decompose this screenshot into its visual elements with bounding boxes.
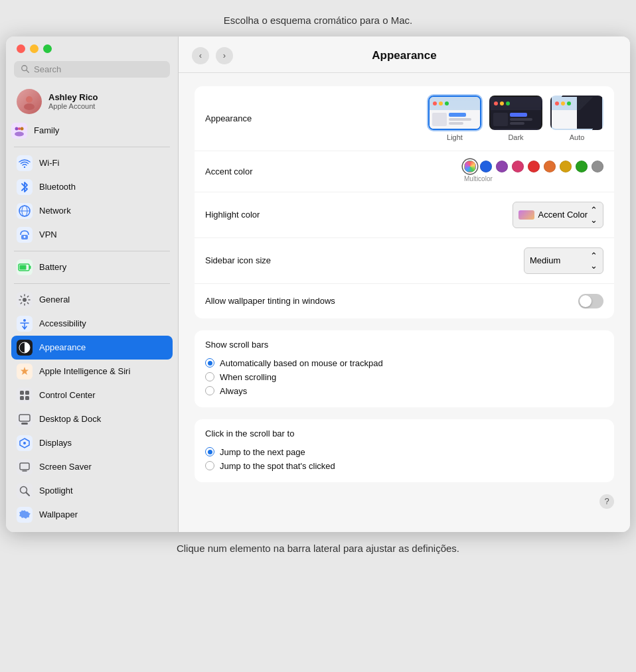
appearance-auto-option[interactable]: Auto xyxy=(550,96,603,141)
scroll-when-scrolling-option[interactable]: When scrolling xyxy=(205,370,603,384)
scroll-when-radio[interactable] xyxy=(205,372,214,381)
swatch-red[interactable] xyxy=(528,161,540,172)
sidebar-item-bluetooth[interactable]: Bluetooth xyxy=(11,175,173,199)
back-button[interactable]: ‹ xyxy=(192,47,209,64)
sidebar-section-prefs: General Accessibility Ap xyxy=(6,288,178,527)
maximize-button[interactable] xyxy=(43,44,52,53)
click-scroll-title: Click in the scroll bar to xyxy=(205,429,603,438)
swatch-green[interactable] xyxy=(576,161,588,172)
appearance-dark-option[interactable]: Dark xyxy=(489,96,542,141)
sidebar-divider-1 xyxy=(14,147,170,147)
sidebar-item-apple-intelligence[interactable]: Apple Intelligence & Siri xyxy=(11,360,173,383)
close-button[interactable] xyxy=(17,44,25,53)
appearance-options: Light xyxy=(428,96,603,141)
traffic-lights xyxy=(6,44,178,61)
highlight-preview xyxy=(518,210,534,220)
sidebar-item-desktop-dock[interactable]: Desktop & Dock xyxy=(11,407,173,431)
sidebar-section-account: Ashley Rico Apple Account xyxy=(6,84,178,119)
accent-color-row: Accent color xyxy=(195,151,614,192)
wallpaper-tinting-toggle[interactable] xyxy=(578,294,603,308)
sidebar-item-vpn[interactable]: VPN xyxy=(11,223,173,247)
sidebar-item-displays[interactable]: Displays xyxy=(11,431,173,455)
svg-point-8 xyxy=(24,166,25,167)
sidebar-item-spotlight[interactable]: Spotlight xyxy=(11,479,173,503)
appearance-section: Appearance xyxy=(195,86,614,318)
svg-rect-21 xyxy=(25,391,29,395)
sidebar-icon-size-control: Medium ⌃⌄ xyxy=(325,247,603,274)
sidebar-item-wallpaper[interactable]: Wallpaper xyxy=(11,503,173,527)
minimize-button[interactable] xyxy=(30,44,39,53)
scroll-auto-radio[interactable] xyxy=(205,358,214,368)
click-next-page-option[interactable]: Jump to the next page xyxy=(205,445,603,459)
scroll-always-option[interactable]: Always xyxy=(205,384,603,398)
scroll-always-radio[interactable] xyxy=(205,386,214,395)
highlight-color-dropdown[interactable]: Accent Color ⌃⌄ xyxy=(513,202,603,228)
battery-icon xyxy=(17,259,33,275)
wifi-icon xyxy=(17,155,33,171)
sidebar-divider-2 xyxy=(14,251,170,251)
sidebar-item-label-vpn: VPN xyxy=(39,230,57,239)
dark-thumbnail[interactable] xyxy=(489,96,542,130)
sidebar-item-label-general: General xyxy=(39,295,70,304)
appearance-row: Appearance xyxy=(195,86,614,151)
swatch-multicolor[interactable] xyxy=(464,161,476,172)
radio-dot-2 xyxy=(208,450,212,454)
auto-thumbnail[interactable] xyxy=(550,96,603,130)
svg-point-18 xyxy=(23,319,26,322)
swatch-yellow[interactable] xyxy=(560,161,572,172)
sidebar-item-accessibility[interactable]: Accessibility xyxy=(11,312,173,336)
accent-color-control: Multicolor xyxy=(325,161,603,182)
sidebar-item-appearance[interactable]: Appearance xyxy=(11,336,173,360)
svg-rect-25 xyxy=(21,423,28,425)
main-content-area: ‹ › Appearance Appearance xyxy=(179,36,630,532)
click-next-page-radio[interactable] xyxy=(205,447,214,456)
svg-rect-22 xyxy=(20,396,24,400)
sidebar-item-network[interactable]: Network xyxy=(11,199,173,223)
radio-dot xyxy=(208,361,212,366)
search-box[interactable]: Search xyxy=(14,61,170,78)
swatch-selected-label: Multicolor xyxy=(464,175,493,182)
sidebar-section-system: Battery xyxy=(6,255,178,279)
annotation-top: Escolha o esquema cromático para o Mac. xyxy=(224,13,412,29)
click-spot-label: Jump to the spot that's clicked xyxy=(220,461,335,471)
sidebar-item-control-center[interactable]: Control Center xyxy=(11,383,173,407)
swatch-graphite[interactable] xyxy=(592,161,603,172)
forward-button[interactable]: › xyxy=(216,47,233,64)
sidebar-item-screen-saver[interactable]: Screen Saver xyxy=(11,455,173,479)
control-center-icon xyxy=(17,387,33,403)
svg-point-4 xyxy=(15,127,19,130)
scroll-always-label: Always xyxy=(220,386,247,396)
sidebar-icon-size-dropdown[interactable]: Medium ⌃⌄ xyxy=(524,247,603,274)
swatches-row xyxy=(464,161,603,172)
click-spot-option[interactable]: Jump to the spot that's clicked xyxy=(205,459,603,473)
wallpaper-tinting-row: Allow wallpaper tinting in windows xyxy=(195,284,614,318)
swatch-orange[interactable] xyxy=(544,161,556,172)
scroll-when-label: When scrolling xyxy=(220,372,276,382)
light-thumbnail[interactable] xyxy=(428,96,481,130)
user-profile-item[interactable]: Ashley Rico Apple Account xyxy=(11,84,173,119)
page-title: Appearance xyxy=(240,49,569,62)
sidebar-item-battery[interactable]: Battery xyxy=(11,255,173,279)
click-next-page-label: Jump to the next page xyxy=(220,447,305,457)
search-placeholder: Search xyxy=(34,64,61,74)
sidebar-divider-3 xyxy=(14,283,170,284)
appearance-light-option[interactable]: Light xyxy=(428,96,481,141)
swatch-purple[interactable] xyxy=(496,161,508,172)
click-spot-radio[interactable] xyxy=(205,461,214,470)
help-button[interactable]: ? xyxy=(599,494,614,509)
sidebar-item-label-family: Family xyxy=(34,125,59,135)
bottom-right-area: ? xyxy=(195,494,614,514)
scroll-auto-option[interactable]: Automatically based on mouse or trackpad xyxy=(205,356,603,370)
desktop-dock-icon xyxy=(17,411,33,427)
sidebar-item-family[interactable]: Family xyxy=(6,119,178,143)
toggle-knob xyxy=(580,295,592,307)
user-info: Ashley Rico Apple Account xyxy=(48,92,98,110)
dark-label: Dark xyxy=(508,133,523,141)
sidebar-item-general[interactable]: General xyxy=(11,288,173,312)
sidebar-item-label-displays: Displays xyxy=(39,438,72,448)
swatch-pink[interactable] xyxy=(512,161,524,172)
swatch-blue[interactable] xyxy=(480,161,492,172)
svg-line-1 xyxy=(27,70,29,73)
sidebar-item-label-wifi: Wi-Fi xyxy=(39,158,59,168)
sidebar-item-wifi[interactable]: Wi-Fi xyxy=(11,151,173,175)
